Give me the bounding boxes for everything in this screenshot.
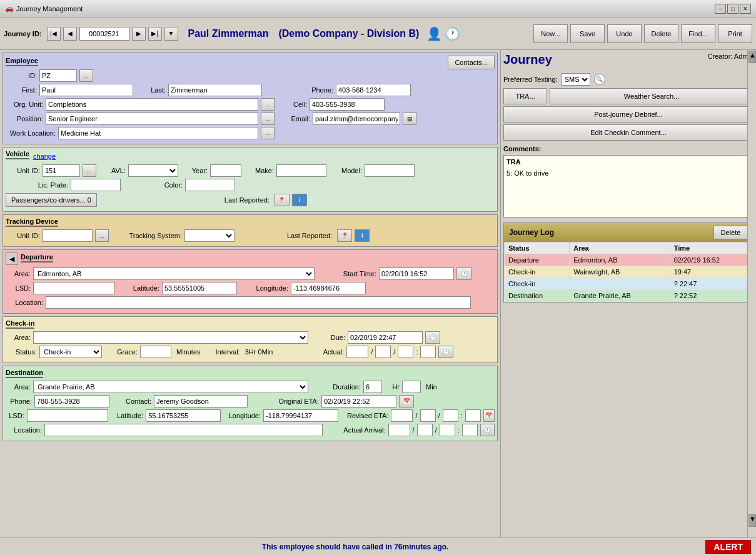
table-row[interactable]: Check-in Wainwright, AB 19:47	[505, 266, 753, 278]
dest-lsd-field[interactable]	[27, 409, 108, 422]
checkin-actual-month[interactable]	[375, 346, 391, 358]
right-scrollbar[interactable]: ▲ ▼	[747, 50, 756, 538]
departure-longitude-field[interactable]	[291, 282, 366, 294]
undo-button[interactable]: Undo	[607, 24, 642, 43]
dest-phone-field[interactable]	[34, 395, 109, 408]
contacts-button[interactable]: Contacts...	[448, 56, 495, 69]
org-unit-field[interactable]	[46, 98, 258, 111]
nav-next-button[interactable]: ▶	[132, 27, 146, 41]
vehicle-info-icon[interactable]: i	[292, 194, 307, 206]
table-row[interactable]: Destination Grande Prairie, AB ? 22:52	[505, 290, 753, 302]
dest-location-field[interactable]	[44, 424, 323, 436]
checkin-due-field[interactable]	[348, 331, 423, 344]
org-unit-browse[interactable]: ...	[261, 98, 275, 111]
checkin-grace-field[interactable]	[140, 346, 171, 358]
preferred-texting-select[interactable]: SMS	[562, 73, 590, 86]
revised-eta-t[interactable]	[465, 409, 481, 422]
filter-button[interactable]: ▼	[164, 27, 178, 41]
tracking-info-icon[interactable]: i	[355, 229, 370, 242]
table-row[interactable]: Check-in ? 22:47	[505, 278, 753, 290]
duration-min-field[interactable]	[402, 381, 421, 393]
checkin-actual-year[interactable]	[398, 346, 413, 358]
revised-eta-m[interactable]	[420, 409, 436, 422]
find-button[interactable]: Find...	[681, 24, 715, 43]
departure-latitude-field[interactable]	[162, 282, 237, 294]
new-button[interactable]: New...	[533, 24, 568, 43]
vehicle-unit-field[interactable]	[43, 164, 80, 177]
revised-eta-icon[interactable]: 📅	[483, 409, 495, 422]
delete-button[interactable]: Delete	[644, 24, 678, 43]
first-name-field[interactable]	[39, 84, 133, 96]
departure-area-select[interactable]: Edmonton, AB	[33, 268, 315, 280]
email-browse[interactable]: ▤	[403, 112, 416, 125]
original-eta-icon[interactable]: 📅	[399, 395, 414, 408]
checkin-actual-date[interactable]	[346, 346, 368, 358]
actual-arrival-icon[interactable]: 🕐	[480, 424, 495, 436]
checkin-actual-icon[interactable]: 🕐	[438, 346, 453, 358]
departure-lsd-field[interactable]	[33, 282, 114, 294]
employee-id-field[interactable]	[39, 69, 77, 82]
minimize-button[interactable]: –	[715, 4, 726, 14]
phone-field[interactable]	[336, 84, 411, 96]
make-field[interactable]	[276, 164, 326, 177]
revised-eta-y[interactable]	[443, 409, 458, 422]
tra-button[interactable]: TRA...	[503, 88, 547, 104]
texting-search-icon[interactable]: 🔍	[594, 74, 605, 85]
year-field[interactable]	[210, 164, 241, 177]
nav-last-button[interactable]: ▶|	[148, 27, 162, 41]
dest-latitude-field[interactable]	[146, 409, 221, 422]
duration-field[interactable]	[363, 381, 382, 393]
last-name-field[interactable]	[168, 84, 262, 96]
departure-time-icon[interactable]: 🕐	[456, 268, 471, 280]
close-button[interactable]: ✕	[740, 4, 751, 14]
cell-field[interactable]	[310, 98, 385, 111]
print-button[interactable]: Print	[718, 24, 752, 43]
avl-select[interactable]	[128, 164, 178, 177]
nav-prev-button[interactable]: ◀	[63, 27, 77, 41]
vehicle-change-link[interactable]: change	[33, 152, 56, 160]
vehicle-location-icon[interactable]: 📍	[275, 194, 290, 206]
actual-arrival-y[interactable]	[440, 424, 455, 436]
lic-plate-field[interactable]	[71, 179, 121, 191]
destination-area-select[interactable]: Grande Prairie, AB	[33, 381, 308, 393]
checkin-area-select[interactable]	[33, 331, 308, 344]
actual-arrival-d[interactable]	[388, 424, 410, 436]
model-field[interactable]	[365, 164, 415, 177]
original-eta-field[interactable]	[321, 395, 396, 408]
departure-back-arrow[interactable]: ◀	[6, 252, 18, 265]
position-field[interactable]	[46, 112, 258, 125]
nav-first-button[interactable]: |◀	[47, 27, 61, 41]
journey-log-delete-button[interactable]: Delete	[713, 226, 748, 239]
work-location-field[interactable]	[58, 127, 258, 139]
tracking-unit-field[interactable]	[43, 229, 93, 242]
passengers-button[interactable]: Passengers/co-drivers... 0	[6, 193, 97, 207]
vehicle-unit-browse[interactable]: ...	[83, 164, 96, 177]
email-field[interactable]	[313, 112, 400, 125]
departure-location-field[interactable]	[46, 296, 471, 309]
tracking-location-icon[interactable]: 📍	[337, 229, 352, 242]
departure-start-time-field[interactable]	[379, 268, 454, 280]
contact-field[interactable]	[154, 395, 248, 408]
journey-id-field[interactable]: 00002521	[79, 27, 129, 41]
edit-checkin-button[interactable]: Edit Checkin Comment...	[503, 124, 753, 141]
position-browse[interactable]: ...	[261, 112, 275, 125]
table-row[interactable]: Departure Edmonton, AB 02/20/19 16:52	[505, 254, 753, 266]
post-journey-button[interactable]: Post-journey Debrief...	[503, 106, 753, 122]
color-field[interactable]	[185, 179, 235, 191]
actual-arrival-t[interactable]	[462, 424, 478, 436]
tracking-unit-browse[interactable]: ...	[95, 229, 109, 242]
tracking-system-select[interactable]	[184, 229, 234, 242]
checkin-due-icon[interactable]: 🕐	[425, 331, 440, 344]
revised-eta-d[interactable]	[391, 409, 413, 422]
save-button[interactable]: Save	[570, 24, 605, 43]
dest-longitude-field[interactable]	[263, 409, 338, 422]
actual-arrival-m[interactable]	[417, 424, 433, 436]
work-location-browse[interactable]: ...	[261, 127, 275, 139]
weather-search-button[interactable]: Weather Search...	[550, 88, 753, 104]
maximize-button[interactable]: □	[727, 4, 738, 14]
checkin-actual-time[interactable]	[420, 346, 436, 358]
employee-id-browse[interactable]: ...	[79, 69, 93, 82]
scrollbar-down[interactable]: ▼	[748, 514, 756, 527]
checkin-status-select[interactable]: Check-in	[39, 346, 102, 358]
scrollbar-up[interactable]: ▲	[748, 51, 756, 63]
